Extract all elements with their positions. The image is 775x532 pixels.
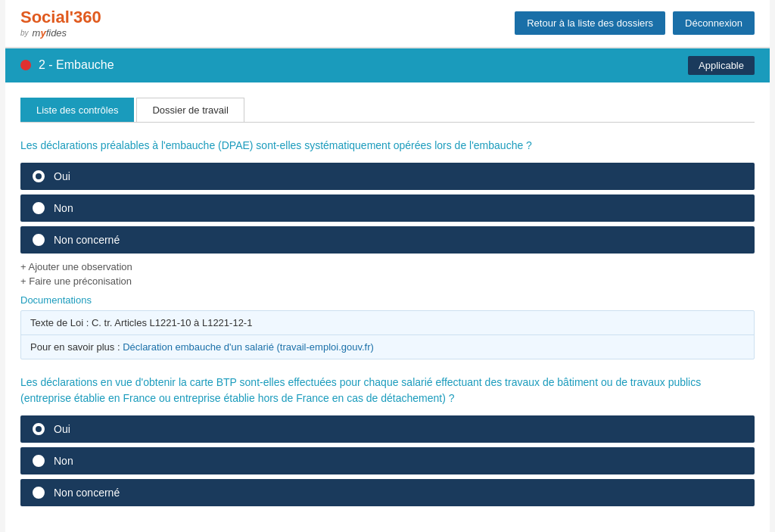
radio-label-2-non: Non bbox=[54, 455, 73, 467]
add-preconisation-link[interactable]: + Faire une préconisation bbox=[20, 275, 755, 287]
radio-circle-non-concerne bbox=[33, 234, 45, 246]
action-links: + Ajouter une observation + Faire une pr… bbox=[20, 261, 755, 287]
header: Social'360 by myfides Retour à la liste … bbox=[5, 0, 770, 48]
documentation-title: Documentations bbox=[20, 294, 755, 306]
logo-by-text: by bbox=[20, 29, 29, 38]
question-2-option-non[interactable]: Non bbox=[20, 447, 755, 474]
doc-row-1: Texte de Loi : C. tr. Articles L1221-10 … bbox=[21, 311, 754, 335]
radio-circle-2-non-concerne bbox=[33, 487, 45, 499]
doc-row-2-prefix: Pour en savoir plus : bbox=[30, 341, 123, 353]
logo-myfides-row: by myfides bbox=[20, 27, 101, 39]
radio-circle-2-non bbox=[33, 455, 45, 467]
question-1-option-oui[interactable]: Oui bbox=[20, 163, 755, 190]
radio-label-oui: Oui bbox=[54, 170, 70, 182]
question-1-option-non[interactable]: Non bbox=[20, 194, 755, 222]
logo-myfides-text: myfides bbox=[33, 27, 67, 39]
logo-social-text: Social'360 bbox=[20, 8, 101, 26]
deconnexion-button[interactable]: Déconnexion bbox=[673, 11, 755, 35]
question-1-text: Les déclarations préalables à l'embauche… bbox=[20, 138, 755, 154]
logo-social: Social'360 bbox=[20, 8, 101, 27]
question-2-option-oui[interactable]: Oui bbox=[20, 415, 755, 443]
doc-row-2-link[interactable]: Déclaration embauche d'un salarié (trava… bbox=[123, 341, 374, 353]
main-content: Liste des contrôles Dossier de travail L… bbox=[5, 82, 770, 532]
section-title: 2 - Embauche bbox=[20, 58, 114, 72]
retour-button[interactable]: Retour à la liste des dossiers bbox=[515, 11, 665, 35]
radio-label-non-concerne: Non concerné bbox=[54, 234, 120, 246]
add-observation-link[interactable]: + Ajouter une observation bbox=[20, 261, 755, 272]
radio-circle-non bbox=[33, 202, 45, 214]
logo: Social'360 by myfides bbox=[20, 8, 101, 39]
radio-label-non: Non bbox=[54, 202, 73, 214]
question-1-option-non-concerne[interactable]: Non concerné bbox=[20, 226, 755, 254]
section-title-text: 2 - Embauche bbox=[39, 58, 114, 72]
doc-row-2: Pour en savoir plus : Déclaration embauc… bbox=[21, 335, 754, 359]
tab-dossier-travail[interactable]: Dossier de travail bbox=[136, 98, 244, 122]
applicable-button[interactable]: Applicable bbox=[688, 56, 755, 75]
radio-label-2-oui: Oui bbox=[54, 423, 70, 435]
question-1-section: Les déclarations préalables à l'embauche… bbox=[20, 138, 755, 359]
radio-label-2-non-concerne: Non concerné bbox=[54, 487, 120, 499]
header-buttons: Retour à la liste des dossiers Déconnexi… bbox=[515, 11, 755, 35]
doc-row-1-prefix: Texte de Loi : bbox=[30, 317, 92, 328]
section-bar: 2 - Embauche Applicable bbox=[5, 48, 770, 82]
radio-circle-oui bbox=[33, 170, 45, 182]
radio-circle-2-oui bbox=[33, 423, 45, 435]
doc-row-1-text: C. tr. Articles L1221-10 à L1221-12-1 bbox=[92, 317, 252, 328]
question-2-section: Les déclarations en vue d'obtenir la car… bbox=[20, 375, 755, 506]
question-2-text: Les déclarations en vue d'obtenir la car… bbox=[20, 375, 755, 406]
tabs-container: Liste des contrôles Dossier de travail bbox=[20, 98, 755, 123]
question-2-option-non-concerne[interactable]: Non concerné bbox=[20, 479, 755, 506]
tab-liste-controles[interactable]: Liste des contrôles bbox=[20, 98, 134, 122]
status-dot bbox=[20, 60, 31, 70]
documentation-box: Texte de Loi : C. tr. Articles L1221-10 … bbox=[20, 310, 755, 359]
